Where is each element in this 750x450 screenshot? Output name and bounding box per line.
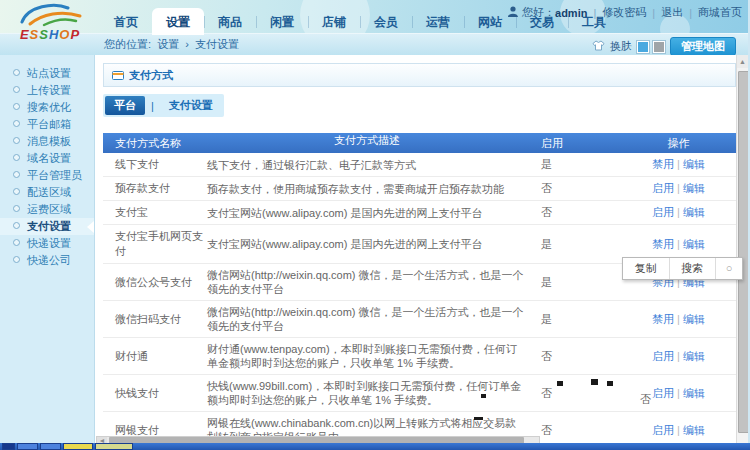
edit-link[interactable]: 编辑 [683,238,705,250]
payment-name: 线下支付 [103,153,207,176]
bullet-icon [13,120,20,127]
bullet-icon [13,171,20,178]
enabled-value: 是 [537,233,621,256]
separator: | [593,7,596,19]
logo-swoosh-icon [14,2,86,28]
nav-tab[interactable]: 商品 [204,8,256,35]
skin-label: 换肤 [610,39,632,54]
sidebar-item[interactable]: 上传设置 [0,82,94,99]
admin-window: ESSHOP 首页设置商品闲置店铺会员运营网站交易工具 您好： admin |修… [0,0,750,450]
edit-link[interactable]: 编辑 [683,350,705,362]
sidebar-item[interactable]: 搜索优化 [0,99,94,116]
taskbar-window-button[interactable] [17,443,38,450]
toggle-enable-link[interactable]: 启用 [652,387,674,399]
sidebar-item[interactable]: 快递公司 [0,252,94,269]
manage-map-button[interactable]: 管理地图 [670,37,736,56]
shirt-icon [592,40,605,53]
row-actions: 禁用|编辑 [621,153,736,176]
skin-swatch[interactable] [653,41,665,53]
nav-tab[interactable]: 店铺 [308,8,360,35]
action-separator: | [677,313,680,325]
toggle-enable-link[interactable]: 启用 [652,206,674,218]
breadcrumb-section[interactable]: 设置 [157,38,179,50]
sidebar-item-label: 支付设置 [27,220,71,232]
skin-swatch[interactable] [637,41,649,53]
toggle-enable-link[interactable]: 启用 [652,424,674,436]
redaction-mark [591,379,598,385]
sidebar-item-label: 平台管理员 [27,169,82,181]
sidebar-item[interactable]: 快递设置 [0,235,94,252]
edit-link[interactable]: 编辑 [683,158,705,170]
toggle-enable-link[interactable]: 禁用 [652,158,674,170]
redaction-mark [481,394,486,398]
scroll-up-arrow[interactable]: ▲ [737,55,748,68]
menu-gear-icon[interactable]: ○ [716,258,742,279]
selection-context-menu: 复制 搜索 ○ [622,257,743,280]
tab-inactive[interactable]: 支付设置 [160,96,222,115]
sidebar-item[interactable]: 域名设置 [0,150,94,167]
table-row: 线下支付线下支付，通过银行汇款、电子汇款等方式是禁用|编辑 [103,153,736,177]
edit-link[interactable]: 编辑 [683,424,705,436]
edit-link[interactable]: 编辑 [683,387,705,399]
edit-link[interactable]: 编辑 [683,206,705,218]
sidebar-item[interactable]: 站点设置 [0,65,94,82]
sidebar-item[interactable]: 平台管理员 [0,167,94,184]
esshop-logo[interactable]: ESSHOP [6,2,94,52]
redaction-mark [474,417,483,420]
table-header-row: 支付方式名称 支付方式描述 启用 操作 [103,133,736,153]
search-menu-item[interactable]: 搜索 [670,258,717,279]
user-links: |修改密码|退出|商城首页 [587,5,742,20]
row-actions: 启用|编辑 [621,345,736,368]
payment-desc: 支付宝网站(www.alipay.com) 是国内先进的网上支付平台 [207,202,537,224]
enabled-value: 否 [537,177,621,200]
payment-name: 财付通 [103,345,207,368]
row-actions: 启用|编辑 [621,177,736,200]
sidebar-item[interactable]: 平台邮箱 [0,116,94,133]
sidebar-item[interactable]: 消息模板 [0,133,94,150]
taskbar-start-button[interactable] [2,443,15,450]
user-link[interactable]: 修改密码 [602,5,646,20]
user-link[interactable]: 退出 [661,5,683,20]
platform-tabs: 平台|支付设置 [103,94,224,117]
user-link[interactable]: 商城首页 [698,5,742,20]
sidebar: 站点设置上传设置搜索优化平台邮箱消息模板域名设置平台管理员配送区域运费区域支付设… [0,55,95,444]
enabled-value: 否 [537,419,621,442]
sidebar-item[interactable]: 支付设置 [0,218,94,235]
taskbar-active-window-button[interactable] [95,443,133,450]
taskbar-window-button[interactable] [63,443,93,450]
tab-active[interactable]: 平台 [105,96,145,115]
enabled-value: 否 [537,345,621,368]
sidebar-item-label: 站点设置 [27,67,71,79]
col-header-actions: 操作 [621,133,736,153]
logo-letter: S [30,27,40,42]
nav-tab[interactable]: 会员 [360,8,412,35]
row-actions: 启用|编辑 [621,419,736,442]
sidebar-item-label: 运费区域 [27,203,71,215]
nav-tab[interactable]: 闲置 [256,8,308,35]
vertical-scrollbar[interactable]: ▲ [736,55,748,444]
copy-menu-item[interactable]: 复制 [623,258,670,279]
toggle-enable-link[interactable]: 启用 [652,182,674,194]
sidebar-item-label: 域名设置 [27,152,71,164]
bullet-icon [13,222,20,229]
taskbar-window-button[interactable] [40,443,61,450]
row-actions: 禁用|编辑 [621,233,736,256]
bullet-icon [13,86,20,93]
nav-tab[interactable]: 首页 [100,8,152,35]
sidebar-item[interactable]: 运费区域 [0,201,94,218]
sidebar-item[interactable]: 配送区域 [0,184,94,201]
separator: | [689,7,692,19]
panel-title: 支付方式 [129,63,173,87]
toggle-enable-link[interactable]: 禁用 [652,313,674,325]
edit-link[interactable]: 编辑 [683,182,705,194]
nav-tab[interactable]: 设置 [152,8,204,35]
payment-desc: 线下支付，通过银行汇款、电子汇款等方式 [207,154,537,176]
breadcrumb-prefix: 您的位置: [104,38,151,50]
toggle-enable-link[interactable]: 启用 [652,350,674,362]
edit-link[interactable]: 编辑 [683,313,705,325]
breadcrumb: 您的位置: 设置 › 支付设置 [104,37,242,52]
toggle-enable-link[interactable]: 禁用 [652,238,674,250]
payment-name: 快钱支付 [103,382,207,405]
header: ESSHOP 首页设置商品闲置店铺会员运营网站交易工具 您好： admin |修… [0,0,750,55]
nav-tab[interactable]: 运营 [412,8,464,35]
